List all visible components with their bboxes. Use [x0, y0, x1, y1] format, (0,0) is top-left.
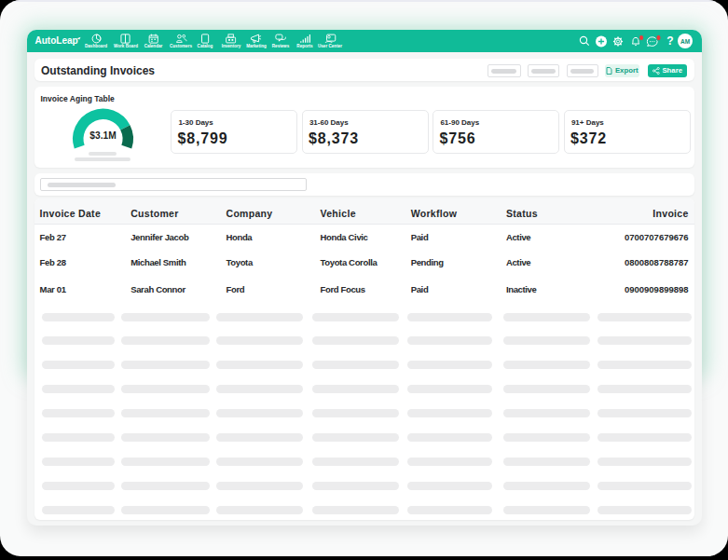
svg-text:$3.1M: $3.1M	[89, 130, 116, 141]
